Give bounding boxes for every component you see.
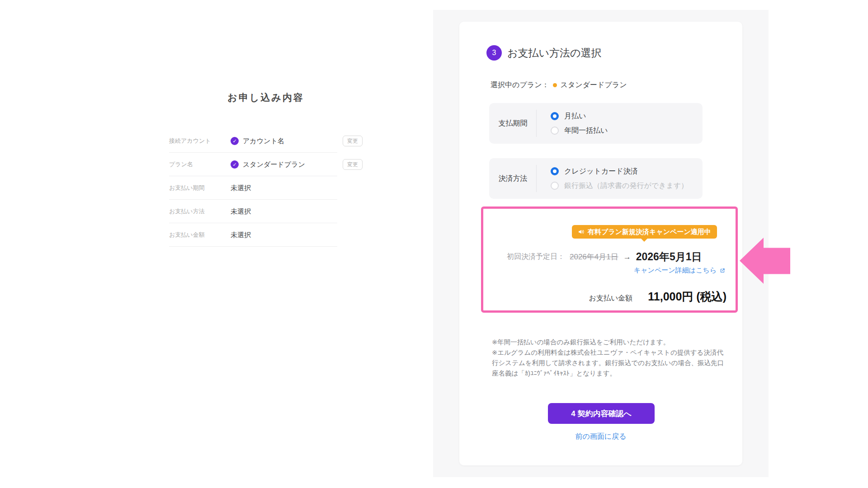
- annotation-left-arrow: [740, 238, 790, 284]
- note-line: ※年間一括払いの場合のみ銀行振込をご利用いただけます。: [492, 337, 729, 347]
- row-value: ✓ アカウント名: [231, 137, 343, 145]
- radio-label: 月払い: [564, 112, 586, 121]
- payment-panel-background: 3 お支払い方法の選択 選択中のプラン： スタンダードプラン 支払期間 月払い: [433, 10, 769, 477]
- campaign-detail-link[interactable]: キャンペーン詳細はこちら: [634, 266, 726, 275]
- row-value: 未選択: [231, 184, 363, 192]
- radio-annual[interactable]: 年間一括払い: [551, 126, 608, 136]
- table-row: 接続アカウント ✓ アカウント名 変更: [169, 129, 363, 153]
- campaign-badge: 有料プラン新規決済キャンペーン適用中: [572, 225, 717, 239]
- campaign-detail-link-text: キャンペーン詳細はこちら: [634, 266, 717, 275]
- row-value-text: 未選択: [231, 184, 251, 192]
- row-value-text: 未選択: [231, 231, 251, 239]
- payment-notes: ※年間一括払いの場合のみ銀行振込をご利用いただけます。 ※エルグラムの利用料金は…: [492, 337, 729, 379]
- note-line: ※エルグラムの利用料金は株式会社ユニヴァ・ペイキャストの提供する決済代行システム…: [492, 347, 729, 379]
- payment-period-label: 支払期間: [489, 103, 537, 144]
- payment-method-section: 決済方法 クレジットカード決済 銀行振込（請求書の発行ができます）: [489, 158, 703, 199]
- page-title: お支払い方法の選択: [507, 46, 602, 60]
- new-date: 2026年5月1日: [636, 250, 702, 264]
- row-value-text: 未選択: [231, 207, 251, 216]
- application-summary-table: 接続アカウント ✓ アカウント名 変更 プラン名 ✓ スタンダードプラン 変更 …: [169, 129, 363, 247]
- row-value: ✓ スタンダードプラン: [231, 160, 343, 169]
- table-row: お支払い期間 未選択: [169, 176, 363, 200]
- radio-label: 年間一括払い: [564, 126, 608, 136]
- confirm-contract-button[interactable]: 4 契約内容確認へ: [548, 403, 655, 424]
- radio-monthly[interactable]: 月払い: [551, 112, 608, 121]
- change-plan-button[interactable]: 変更: [343, 159, 363, 170]
- radio-label: クレジットカード決済: [564, 167, 638, 176]
- change-account-button[interactable]: 変更: [343, 136, 363, 146]
- arrow-right-icon: →: [623, 253, 631, 262]
- table-row: お支払い方法 未選択: [169, 200, 363, 223]
- table-row: お支払い金額 未選択: [169, 223, 363, 247]
- row-label: お支払い方法: [169, 207, 231, 216]
- payment-amount-row: お支払い金額 11,000円 (税込): [589, 289, 726, 304]
- check-icon: ✓: [231, 137, 239, 145]
- radio-selected-icon[interactable]: [551, 167, 559, 175]
- page: お申し込み内容 接続アカウント ✓ アカウント名 変更 プラン名 ✓ スタンダー…: [0, 0, 868, 488]
- back-to-previous-link[interactable]: 前の画面に戻る: [459, 432, 742, 441]
- row-value: 未選択: [231, 231, 363, 239]
- check-icon: ✓: [231, 160, 239, 169]
- row-value-text: スタンダードプラン: [243, 160, 305, 169]
- megaphone-icon: [578, 228, 585, 235]
- payment-period-options: 月払い 年間一括払い: [537, 103, 608, 144]
- payment-method-options: クレジットカード決済 銀行振込（請求書の発行ができます）: [537, 158, 688, 199]
- first-payment-date-row: 初回決済予定日： 2026年4月1日 → 2026年5月1日: [507, 250, 702, 264]
- row-label: プラン名: [169, 160, 231, 169]
- row-label: お支払い金額: [169, 231, 231, 239]
- payment-method-label: 決済方法: [489, 158, 537, 199]
- radio-unselected-icon[interactable]: [551, 182, 559, 190]
- external-link-icon: [719, 267, 726, 274]
- payment-amount-value: 11,000円 (税込): [648, 289, 726, 304]
- application-summary-title: お申し込み内容: [169, 91, 363, 104]
- campaign-badge-text: 有料プラン新規決済キャンペーン適用中: [588, 225, 711, 239]
- payment-amount-label: お支払い金額: [589, 294, 633, 303]
- selected-plan-line: 選択中のプラン： スタンダードプラン: [491, 80, 627, 90]
- row-label: 接続アカウント: [169, 137, 231, 145]
- step-number-badge: 3: [486, 45, 502, 61]
- payment-period-section: 支払期間 月払い 年間一括払い: [489, 103, 703, 144]
- radio-label: 銀行振込（請求書の発行ができます）: [564, 181, 688, 191]
- selected-plan-label: 選択中のプラン：: [491, 80, 549, 90]
- first-payment-label: 初回決済予定日：: [507, 252, 565, 262]
- plan-dot-icon: [553, 83, 557, 87]
- selected-plan-value: スタンダードプラン: [561, 80, 627, 90]
- payment-card: 3 お支払い方法の選択 選択中のプラン： スタンダードプラン 支払期間 月払い: [459, 22, 742, 465]
- table-row: プラン名 ✓ スタンダードプラン 変更: [169, 153, 363, 176]
- row-label: お支払い期間: [169, 184, 231, 192]
- radio-selected-icon[interactable]: [551, 112, 559, 120]
- campaign-highlight-box: 有料プラン新規決済キャンペーン適用中 初回決済予定日： 2026年4月1日 → …: [481, 206, 738, 313]
- row-value: 未選択: [231, 207, 363, 216]
- radio-unselected-icon[interactable]: [551, 127, 559, 135]
- radio-credit-card[interactable]: クレジットカード決済: [551, 167, 688, 176]
- old-date-strikethrough: 2026年4月1日: [570, 252, 618, 262]
- radio-bank-transfer[interactable]: 銀行振込（請求書の発行ができます）: [551, 181, 688, 191]
- step-header: 3 お支払い方法の選択: [486, 45, 602, 61]
- row-value-text: アカウント名: [243, 137, 284, 145]
